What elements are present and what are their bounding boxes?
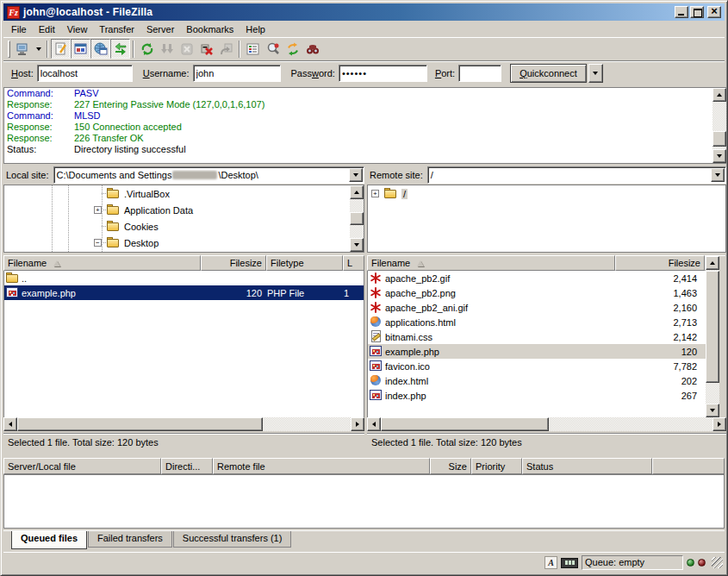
tree-item[interactable]: + / [368,185,725,202]
tree-expander[interactable]: + [94,206,102,214]
file-row[interactable]: index.html 202 [368,373,706,388]
remote-path-combo[interactable]: / [427,166,726,184]
scroll-down-button[interactable] [350,238,364,252]
remote-path-dropdown[interactable] [711,168,725,182]
scroll-left-button[interactable] [3,417,17,431]
username-input[interactable] [193,65,281,82]
local-site-label: Local site: [6,170,49,180]
menu-item[interactable]: Bookmarks [180,22,240,36]
scroll-down-button[interactable] [706,404,719,417]
local-hscrollbar[interactable] [3,417,364,431]
menu-item[interactable]: Help [240,22,271,36]
toggle-message-log-button[interactable] [51,39,71,59]
reconnect-button[interactable] [216,39,236,59]
host-input[interactable] [37,65,133,82]
tree-expander[interactable]: − [94,239,102,247]
encryption-indicator-icon[interactable] [561,558,578,568]
close-button[interactable] [707,6,721,18]
log-scrollbar[interactable] [712,88,726,163]
menu-item[interactable]: Server [140,22,180,36]
scroll-thumb[interactable] [712,131,726,147]
open-folder-icon [383,187,398,200]
column-filename[interactable]: Filename [3,255,201,271]
remote-tree-icon [94,42,108,56]
column-priority[interactable]: Priority [471,458,522,474]
menu-item[interactable]: Edit [33,22,61,36]
file-row[interactable]: bitnami.css 2,142 [368,329,706,344]
column-filetype[interactable]: Filetype [266,255,343,271]
scroll-thumb[interactable] [350,212,364,225]
scroll-up-button[interactable] [350,185,364,199]
remote-hscrollbar[interactable] [367,417,726,431]
quickconnect-dropdown[interactable] [588,64,603,83]
menu-item[interactable]: Transfer [93,22,140,36]
remote-file-list: apache_pb2.gif 2,414 apache_pb2.png 1,46… [367,271,706,417]
password-input[interactable] [339,65,427,82]
process-queue-button[interactable] [157,39,177,59]
synchronized-browsing-button[interactable] [283,39,302,59]
column-size[interactable]: Size [430,458,471,474]
directory-comparison-button[interactable] [263,39,283,59]
refresh-button[interactable] [137,39,157,59]
scroll-down-button[interactable] [712,149,726,163]
queue-tab[interactable]: Successful transfers (1) [173,531,292,548]
toggle-transfer-queue-button[interactable] [110,39,130,59]
scroll-thumb[interactable] [381,417,549,431]
queue-tab[interactable]: Failed transfers [88,531,172,548]
tree-item[interactable]: Cookies [4,218,364,235]
scroll-thumb[interactable] [17,417,263,431]
reconnect-icon [220,42,233,56]
scroll-up-button[interactable] [712,88,726,102]
remote-list-scrollbar[interactable] [706,256,719,417]
local-path-combo[interactable]: C:\Documents and Settings\Desktop\ [53,166,364,184]
local-tree-scrollbar[interactable] [350,185,364,252]
maximize-button[interactable] [690,6,704,18]
queue-tab[interactable]: Queued files [11,531,87,549]
menu-item[interactable]: File [5,22,33,36]
queue-tabs: Queued filesFailed transfersSuccessful t… [3,530,725,549]
tree-item[interactable]: − Desktop [4,235,364,251]
menu-item[interactable]: View [61,22,94,36]
scroll-left-button[interactable] [367,417,381,431]
column-server-local-file[interactable]: Server/Local file [3,458,161,474]
file-row[interactable]: .. [4,271,364,285]
file-row[interactable]: apache_pb2.gif 2,414 [368,271,706,285]
site-manager-dropdown[interactable] [33,39,44,59]
tree-expander[interactable]: + [371,190,379,197]
port-input[interactable] [458,65,501,82]
file-row[interactable]: example.php 120 PHP File 1 [4,285,364,300]
file-row[interactable]: applications.html 2,713 [368,315,706,329]
column-direction[interactable]: Directi... [161,458,213,474]
scroll-right-button[interactable] [712,417,726,431]
scroll-right-button[interactable] [351,417,364,431]
file-row[interactable]: example.php 120 [368,344,706,359]
site-manager-button[interactable] [13,39,33,59]
tree-item[interactable]: + Application Data [4,202,364,218]
find-files-button[interactable] [302,39,322,59]
tree-item[interactable]: .VirtualBox [4,185,364,202]
resize-grip[interactable] [712,557,723,568]
directory-filters-button[interactable] [243,39,263,59]
file-row[interactable]: apache_pb2_ani.gif 2,160 [368,300,706,315]
cancel-button[interactable] [177,39,196,59]
file-row[interactable]: favicon.ico 7,782 [368,359,706,373]
scroll-thumb[interactable] [706,271,719,383]
column-filesize[interactable]: Filesize [615,255,705,271]
column-filesize[interactable]: Filesize [201,255,266,271]
toggle-remote-tree-button[interactable] [90,39,110,59]
toolbar-grip[interactable] [8,41,10,58]
minimize-button[interactable] [675,6,688,18]
local-path-dropdown[interactable] [349,168,363,182]
column-status[interactable]: Status [522,458,652,474]
quickconnect-button[interactable]: Quickconnect [510,64,587,83]
file-row[interactable]: apache_pb2.png 1,463 [368,285,706,300]
column-last-modified[interactable]: L [343,255,364,271]
toggle-local-tree-button[interactable] [71,39,90,59]
transfer-type-icon[interactable]: A [544,556,557,569]
file-name: apache_pb2_ani.gif [385,303,468,313]
column-filename[interactable]: Filename [367,255,615,271]
column-remote-file[interactable]: Remote file [213,458,430,474]
disconnect-button[interactable] [196,39,216,59]
scroll-up-button[interactable] [706,256,719,270]
file-row[interactable]: index.php 267 [368,388,706,403]
